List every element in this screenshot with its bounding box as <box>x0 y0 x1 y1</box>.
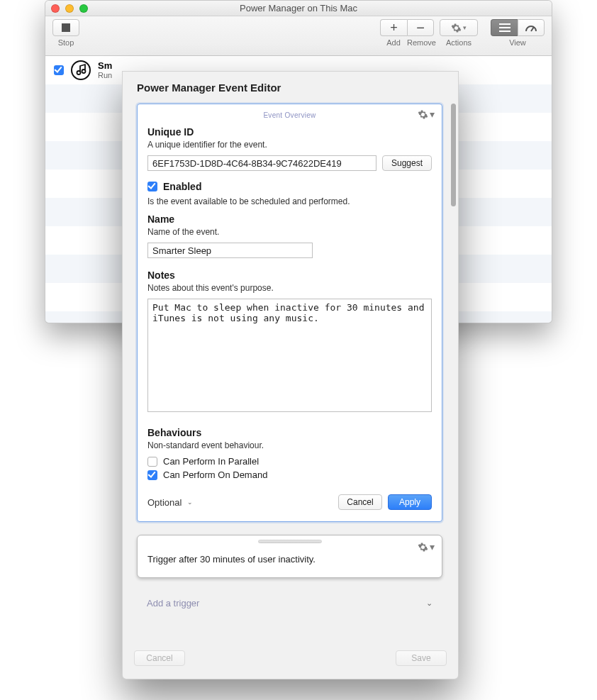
window-title: Power Manager on This Mac <box>240 3 357 13</box>
minimize-icon[interactable] <box>65 4 74 13</box>
sheet-save-button[interactable]: Save <box>396 650 447 666</box>
add-button[interactable]: + <box>380 19 407 36</box>
gauge-icon <box>525 23 537 33</box>
chevron-down-icon: ▾ <box>430 541 435 552</box>
card-menu-button[interactable]: ▾ <box>418 109 435 120</box>
titlebar: Power Manager on This Mac <box>45 1 552 16</box>
gear-icon <box>418 109 428 120</box>
sheet-cancel-button[interactable]: Cancel <box>134 650 185 666</box>
add-label: Add <box>380 38 407 47</box>
drag-handle-icon[interactable] <box>258 540 322 543</box>
name-input[interactable] <box>147 243 313 258</box>
event-overview-card: Event Overview ▾ Unique ID A unique iden… <box>137 104 442 522</box>
minus-icon: − <box>416 21 425 35</box>
chevron-down-icon: ⌄ <box>426 599 433 608</box>
actions-label: Actions <box>446 38 472 47</box>
trigger-menu-button[interactable]: ▾ <box>418 541 435 552</box>
parallel-label: Can Perform In Parallel <box>163 456 259 467</box>
zoom-icon[interactable] <box>79 4 88 13</box>
card-apply-button[interactable]: Apply <box>388 494 432 510</box>
notes-textarea[interactable] <box>147 299 432 412</box>
sheet-footer: Cancel Save <box>123 640 458 679</box>
enabled-desc: Is the event available to be scheduled a… <box>147 196 432 206</box>
stop-button[interactable] <box>52 19 79 36</box>
ondemand-label: Can Perform On Demand <box>163 470 267 480</box>
uniqueid-input[interactable] <box>147 155 376 171</box>
event-subtitle: Run <box>98 71 112 79</box>
event-editor-sheet: Power Manager Event Editor Event Overvie… <box>122 71 459 679</box>
card-cancel-button[interactable]: Cancel <box>338 494 382 510</box>
optional-select[interactable]: Optional ⌄ <box>147 497 193 508</box>
view-gauge-button[interactable] <box>518 19 545 36</box>
trigger-card[interactable]: ▾ Trigger after 30 minutes of user inact… <box>137 535 442 578</box>
name-label: Name <box>147 213 432 225</box>
actions-button[interactable]: ▾ <box>440 19 478 36</box>
chevron-down-icon: ▾ <box>463 24 467 31</box>
view-label: View <box>509 38 526 47</box>
svg-line-4 <box>531 27 534 31</box>
gear-icon <box>418 542 428 552</box>
suggest-button[interactable]: Suggest <box>382 155 432 171</box>
enabled-label: Enabled <box>163 181 201 192</box>
editor-title: Power Manager Event Editor <box>123 72 458 104</box>
add-trigger-button[interactable]: Add a trigger ⌄ <box>137 591 442 616</box>
chevron-updown-icon: ⌄ <box>187 499 193 506</box>
trigger-text: Trigger after 30 minutes of user inactiv… <box>147 554 432 565</box>
itunes-icon <box>71 60 91 80</box>
close-icon[interactable] <box>51 4 60 13</box>
svg-rect-1 <box>499 23 510 25</box>
list-icon <box>499 23 510 32</box>
chevron-down-icon: ▾ <box>430 109 435 120</box>
toolbar: Stop + − Add Remove ▾ Actio <box>45 16 552 56</box>
plus-icon: + <box>390 21 398 34</box>
uniqueid-label: Unique ID <box>147 126 432 138</box>
remove-button[interactable]: − <box>407 19 434 36</box>
svg-rect-0 <box>62 23 70 32</box>
enabled-checkbox[interactable] <box>147 182 157 191</box>
stop-label: Stop <box>58 38 74 47</box>
behaviours-desc: Non-standard event behaviour. <box>147 440 432 450</box>
notes-label: Notes <box>147 270 432 281</box>
parallel-checkbox[interactable] <box>147 457 157 467</box>
notes-desc: Notes about this event's purpose. <box>147 283 432 293</box>
event-title: Sm <box>98 61 112 71</box>
add-trigger-label: Add a trigger <box>147 598 199 609</box>
svg-point-5 <box>72 61 90 79</box>
stop-icon <box>62 23 70 32</box>
name-desc: Name of the event. <box>147 227 432 237</box>
overview-label: Event Overview <box>147 111 432 119</box>
svg-rect-2 <box>499 27 510 28</box>
view-list-button[interactable] <box>491 19 518 36</box>
scrollbar[interactable] <box>451 104 456 206</box>
uniqueid-desc: A unique identifier for the event. <box>147 140 432 150</box>
ondemand-checkbox[interactable] <box>147 470 157 480</box>
optional-select-label: Optional <box>147 497 182 508</box>
gear-icon <box>451 23 462 33</box>
event-enabled-checkbox[interactable] <box>54 65 64 75</box>
svg-rect-3 <box>499 30 510 32</box>
remove-label: Remove <box>407 38 434 47</box>
behaviours-label: Behaviours <box>147 427 432 438</box>
